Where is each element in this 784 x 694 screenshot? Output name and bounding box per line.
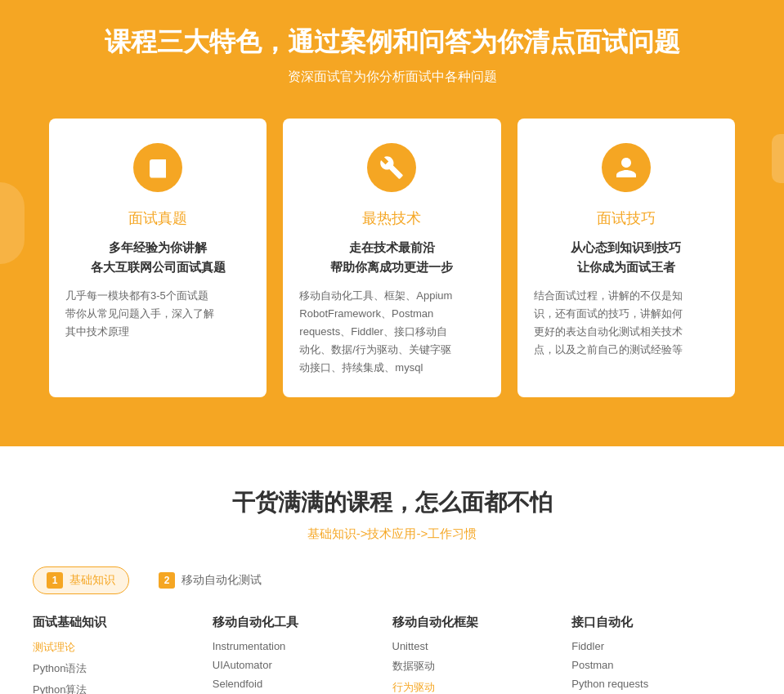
side-decoration-left bbox=[0, 182, 25, 264]
course-section: 干货满满的课程，怎么面都不怕 基础知识->技术应用->工作习惯 1 基础知识 2… bbox=[0, 446, 784, 694]
link-Python算法[interactable]: Python算法 bbox=[33, 683, 87, 694]
list-item: UIAutomator bbox=[213, 659, 376, 671]
tab-basic-knowledge[interactable]: 1 基础知识 bbox=[33, 566, 129, 594]
card3-body: 结合面试过程，讲解的不仅是知识，还有面试的技巧，讲解如何更好的表达自动化测试相关… bbox=[534, 287, 719, 359]
course-main-title: 干货满满的课程，怎么面都不怕 bbox=[33, 487, 751, 518]
list-item: Selendfoid bbox=[213, 678, 376, 690]
col1-list: 测试理论 Python语法 Python算法 Linux基本命令 计算机网络 操… bbox=[33, 640, 196, 694]
col4-list: Fiddler Postman Python requests bbox=[571, 640, 735, 690]
link-Python语法[interactable]: Python语法 bbox=[33, 662, 87, 674]
link-行为驱动[interactable]: 行为驱动 bbox=[392, 681, 435, 693]
tab-nav: 1 基础知识 2 移动自动化测试 bbox=[33, 566, 751, 594]
card1-body: 几乎每一模块都有3-5个面试题带你从常见问题入手，深入了解其中技术原理 bbox=[65, 287, 250, 341]
person-icon bbox=[614, 155, 638, 180]
card-interview-questions: 面试真题 多年经验为你讲解各大互联网公司面试真题 几乎每一模块都有3-5个面试题… bbox=[49, 119, 267, 397]
card2-body: 移动自动化工具、框架、AppiumRobotFramework、Postmanr… bbox=[299, 287, 484, 377]
list-item: 数据驱动 bbox=[392, 659, 556, 674]
link-数据驱动[interactable]: 数据驱动 bbox=[392, 660, 435, 672]
tab2-number: 2 bbox=[159, 572, 175, 589]
list-item: Instrumentation bbox=[213, 640, 376, 652]
side-decoration-right bbox=[772, 134, 784, 183]
book-icon bbox=[146, 155, 170, 180]
list-item: Python requests bbox=[571, 678, 735, 690]
card3-title: 面试技巧 bbox=[534, 208, 719, 228]
card2-title: 最热技术 bbox=[299, 208, 484, 228]
list-item: Python算法 bbox=[33, 683, 196, 694]
card1-bold: 多年经验为你讲解各大互联网公司面试真题 bbox=[65, 238, 250, 277]
col3-list: Unittest 数据驱动 行为驱动 关键字驱动 测试报告管理 邮件服务 bbox=[392, 640, 556, 694]
card2-bold: 走在技术最前沿帮助你离成功更进一步 bbox=[299, 238, 484, 277]
card3-bold: 从心态到知识到技巧让你成为面试王者 bbox=[534, 238, 719, 277]
list-item: Postman bbox=[571, 659, 735, 671]
cards-container: 面试真题 多年经验为你讲解各大互联网公司面试真题 几乎每一模块都有3-5个面试题… bbox=[16, 119, 768, 397]
col3-title: 移动自动化框架 bbox=[392, 615, 556, 630]
list-item: 测试理论 bbox=[33, 640, 196, 655]
col2-title: 移动自动化工具 bbox=[213, 615, 376, 630]
tab1-label: 基础知识 bbox=[69, 573, 115, 588]
card-hot-tech: 最热技术 走在技术最前沿帮助你离成功更进一步 移动自动化工具、框架、Appium… bbox=[283, 119, 500, 397]
card2-icon-wrapper bbox=[367, 143, 416, 192]
hero-title: 课程三大特色，通过案例和问答为你清点面试问题 bbox=[16, 25, 768, 60]
list-item: Python语法 bbox=[33, 661, 196, 676]
card3-icon-wrapper bbox=[602, 143, 651, 192]
tab2-label: 移动自动化测试 bbox=[181, 573, 262, 588]
list-item: Unittest bbox=[392, 640, 556, 652]
col-mobile-auto-tools: 移动自动化工具 Instrumentation UIAutomator Sele… bbox=[213, 615, 392, 694]
tab-mobile-auto[interactable]: 2 移动自动化测试 bbox=[146, 566, 275, 594]
link-Postman[interactable]: Postman bbox=[571, 659, 613, 671]
list-item: Fiddler bbox=[571, 640, 735, 652]
link-Instrumentation[interactable]: Instrumentation bbox=[213, 640, 286, 652]
col2-list: Instrumentation UIAutomator Selendfoid R… bbox=[213, 640, 376, 694]
link-UIAutomator[interactable]: UIAutomator bbox=[213, 659, 272, 671]
wrench-icon bbox=[379, 155, 404, 180]
card1-icon-wrapper bbox=[133, 143, 182, 192]
col-mobile-auto-framework: 移动自动化框架 Unittest 数据驱动 行为驱动 关键字驱动 测试报告管理 … bbox=[392, 615, 572, 694]
link-Selendfoid[interactable]: Selendfoid bbox=[213, 678, 262, 690]
link-Fiddler[interactable]: Fiddler bbox=[571, 640, 604, 652]
col4-title: 接口自动化 bbox=[571, 615, 735, 630]
link-Unittest[interactable]: Unittest bbox=[392, 640, 428, 652]
card1-title: 面试真题 bbox=[65, 208, 250, 228]
hero-subtitle: 资深面试官为你分析面试中各种问题 bbox=[16, 69, 768, 86]
link-PythonRequests[interactable]: Python requests bbox=[571, 678, 648, 690]
hero-section: 课程三大特色，通过案例和问答为你清点面试问题 资深面试官为你分析面试中各种问题 … bbox=[0, 0, 784, 446]
card-interview-skills: 面试技巧 从心态到知识到技巧让你成为面试王者 结合面试过程，讲解的不仅是知识，还… bbox=[517, 119, 735, 397]
tab1-number: 1 bbox=[47, 572, 63, 589]
link-测试理论[interactable]: 测试理论 bbox=[33, 641, 75, 653]
col1-title: 面试基础知识 bbox=[33, 615, 196, 630]
col-api-auto: 接口自动化 Fiddler Postman Python requests bbox=[571, 615, 751, 694]
content-grid: 面试基础知识 测试理论 Python语法 Python算法 Linux基本命令 … bbox=[33, 615, 751, 694]
course-subtitle: 基础知识->技术应用->工作习惯 bbox=[33, 526, 751, 542]
list-item: 行为驱动 bbox=[392, 680, 556, 694]
col-interview-basics: 面试基础知识 测试理论 Python语法 Python算法 Linux基本命令 … bbox=[33, 615, 213, 694]
